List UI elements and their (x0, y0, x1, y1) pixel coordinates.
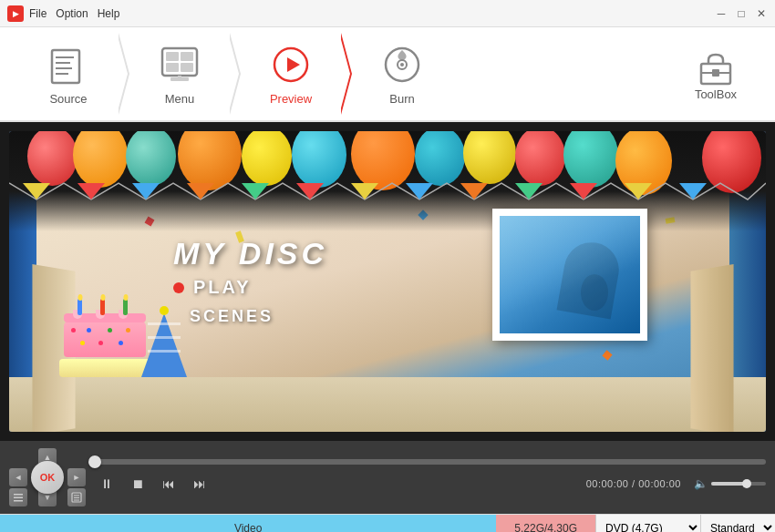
disc-preview-scene: MY DISC PLAY SCENES (0, 122, 775, 441)
disc-title: MY DISC (173, 236, 327, 271)
svg-rect-0 (52, 50, 79, 83)
svg-marker-14 (287, 57, 300, 72)
tab-burn[interactable]: Burn (352, 33, 452, 115)
source-label: Source (49, 92, 87, 106)
volume-icon: 🔈 (694, 477, 708, 490)
svg-marker-21 (23, 183, 50, 200)
menu-icon (158, 43, 202, 87)
progress-thumb[interactable] (88, 455, 101, 468)
menu-option[interactable]: Option (56, 7, 88, 20)
svg-marker-25 (242, 183, 269, 200)
volume-thumb[interactable] (742, 479, 751, 488)
svg-rect-6 (166, 52, 179, 61)
title-bar-left: File Option Help (7, 5, 119, 22)
svg-marker-27 (351, 183, 378, 200)
svg-marker-23 (132, 183, 160, 200)
toolbox-label: ToolBox (695, 87, 737, 101)
player-right: ⏸ ⏹ ⏮ ⏭ 00:00:00 / 00:00:00 🔈 (95, 459, 766, 496)
svg-marker-30 (515, 183, 542, 200)
source-icon (46, 43, 90, 87)
dpad-right-button[interactable]: ► (67, 468, 86, 486)
preview-icon (269, 43, 313, 87)
burn-label: Burn (389, 92, 414, 106)
volume-slider[interactable] (711, 482, 766, 486)
svg-rect-7 (181, 52, 193, 61)
svg-marker-31 (570, 183, 597, 200)
app-icon (7, 5, 24, 22)
toolbox-icon (696, 47, 736, 87)
menu-file[interactable]: File (29, 7, 46, 20)
player-controls: ▲ ▼ ◄ ► OK ⏸ (0, 441, 775, 514)
size-label: 5.22G/4.30G (514, 522, 577, 533)
svg-rect-11 (178, 76, 181, 79)
disc-scenes: SCENES (190, 307, 274, 326)
prev-button[interactable]: ⏮ (157, 472, 181, 496)
dpad-left-button[interactable]: ◄ (9, 468, 27, 486)
dpad-nav: ▲ ▼ ◄ ► OK (9, 448, 86, 506)
status-video: Video (0, 515, 496, 532)
player-bottom-row: ⏸ ⏹ ⏮ ⏭ 00:00:00 / 00:00:00 🔈 (95, 472, 766, 496)
minimize-button[interactable]: ─ (715, 7, 728, 20)
current-time: 00:00:00 (586, 478, 629, 489)
stop-button[interactable]: ⏹ (126, 472, 150, 496)
status-bar: Video 5.22G/4.30G DVD (4.7G) DVD DL (8.5… (0, 514, 775, 532)
volume-control: 🔈 (694, 477, 766, 490)
status-dvd: DVD (4.7G) DVD DL (8.5G) Blu-ray (25G) S… (595, 515, 775, 532)
svg-marker-29 (460, 183, 488, 200)
maximize-button[interactable]: □ (735, 7, 748, 20)
progress-bar[interactable] (95, 459, 766, 465)
menu-bar: File Option Help (29, 7, 119, 20)
burn-icon (380, 43, 424, 87)
title-bar: File Option Help ─ □ ✕ (0, 0, 775, 27)
toolbar-nav: Source Menu (18, 33, 452, 115)
dvd-select[interactable]: DVD (4.7G) DVD DL (8.5G) Blu-ray (25G) (596, 515, 701, 532)
preview-label: Preview (270, 92, 312, 106)
svg-marker-22 (78, 183, 105, 200)
video-label: Video (234, 522, 262, 533)
svg-marker-24 (187, 183, 214, 200)
svg-rect-34 (14, 494, 23, 496)
time-display: 00:00:00 / 00:00:00 (586, 478, 681, 489)
ok-button[interactable]: OK (31, 461, 64, 494)
list-button[interactable] (67, 488, 86, 506)
tab-toolbox[interactable]: ToolBox (675, 33, 757, 115)
quality-select[interactable]: Standard High Low (701, 515, 775, 532)
svg-rect-20 (712, 69, 719, 77)
svg-marker-26 (296, 183, 324, 200)
status-size: 5.22G/4.30G (496, 515, 595, 532)
toolbar: Source Menu (0, 27, 775, 122)
pause-button[interactable]: ⏸ (95, 472, 119, 496)
svg-rect-8 (166, 63, 179, 72)
tab-preview[interactable]: Preview (241, 33, 341, 115)
tab-menu[interactable]: Menu (129, 33, 230, 115)
svg-marker-28 (406, 183, 433, 200)
total-time: 00:00:00 (638, 478, 681, 489)
svg-rect-9 (181, 63, 193, 72)
close-button[interactable]: ✕ (755, 7, 768, 20)
menu-help[interactable]: Help (98, 7, 120, 20)
tab-source[interactable]: Source (18, 33, 119, 115)
svg-rect-35 (14, 497, 23, 499)
svg-marker-33 (679, 183, 707, 200)
disc-play: PLAY (193, 277, 252, 298)
preview-area: MY DISC PLAY SCENES (0, 122, 775, 441)
menu-button[interactable] (9, 488, 27, 506)
title-bar-controls: ─ □ ✕ (715, 7, 768, 20)
next-button[interactable]: ⏭ (188, 472, 212, 496)
menu-label: Menu (165, 92, 195, 106)
svg-marker-32 (625, 183, 652, 200)
svg-rect-36 (14, 500, 23, 502)
svg-point-17 (400, 63, 404, 66)
